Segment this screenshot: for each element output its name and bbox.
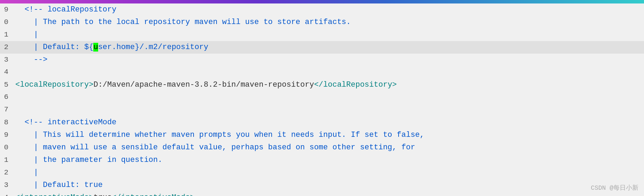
code-line: 1 | the parameter in question.: [0, 154, 644, 166]
line-number: 0: [0, 16, 14, 28]
line-number: 9: [0, 129, 14, 141]
line-content: -->: [14, 54, 644, 66]
code-line: 4 <interactiveMode>true</interactiveMode…: [0, 191, 644, 196]
code-line-highlighted: 2 | Default: ${user.home}/.m2/repository: [0, 41, 644, 54]
line-content: | This will determine whether maven prom…: [14, 129, 644, 141]
line-content: | the parameter in question.: [14, 154, 644, 166]
code-line: 3 | Default: true: [0, 179, 644, 191]
code-line: 7: [0, 104, 644, 116]
line-number: 4: [0, 66, 14, 78]
code-editor: 9 <!-- localRepository 0 | The path to t…: [0, 0, 644, 196]
code-line: 3 -->: [0, 54, 644, 66]
code-line: 1 |: [0, 29, 644, 41]
line-number: 7: [0, 104, 14, 116]
code-line: 9 | This will determine whether maven pr…: [0, 129, 644, 141]
line-number: 0: [0, 142, 14, 154]
code-line: 5 <localRepository>D:/Maven/apache-maven…: [0, 79, 644, 91]
code-line: 8 <!-- interactiveMode: [0, 116, 644, 129]
code-line: 4: [0, 66, 644, 79]
line-content: |: [14, 29, 644, 41]
line-number: 3: [0, 54, 14, 66]
line-number: 9: [0, 4, 14, 16]
top-bar: [0, 0, 644, 3]
code-line: 2 |: [0, 166, 644, 179]
line-number: 1: [0, 29, 14, 41]
code-lines: 9 <!-- localRepository 0 | The path to t…: [0, 3, 644, 196]
line-content: <localRepository>D:/Maven/apache-maven-3…: [14, 79, 644, 91]
code-line: 0 | maven will use a sensible default va…: [0, 141, 644, 154]
cursor-highlight: u: [93, 43, 98, 52]
watermark: CSDN @每日小新: [591, 183, 638, 193]
line-number: 1: [0, 154, 14, 166]
line-content: |: [14, 166, 644, 179]
code-line: 6: [0, 91, 644, 104]
line-number: 4: [0, 192, 14, 196]
line-number: 5: [0, 79, 14, 91]
code-line: 0 | The path to the local repository mav…: [0, 16, 644, 29]
line-number: 6: [0, 91, 14, 103]
line-content: | maven will use a sensible default valu…: [14, 141, 644, 154]
line-content: <interactiveMode>true</interactiveMode>: [14, 191, 644, 196]
line-number: 8: [0, 117, 14, 128]
line-number: 2: [0, 167, 14, 179]
line-content: | Default: true: [14, 179, 644, 191]
line-number: 2: [0, 41, 14, 53]
line-content: <!-- localRepository: [14, 3, 644, 16]
line-content: | Default: ${user.home}/.m2/repository: [14, 41, 644, 53]
line-number: 3: [0, 179, 14, 191]
line-content: <!-- interactiveMode: [14, 116, 644, 128]
code-line: 9 <!-- localRepository: [0, 3, 644, 16]
line-content: | The path to the local repository maven…: [14, 16, 644, 28]
